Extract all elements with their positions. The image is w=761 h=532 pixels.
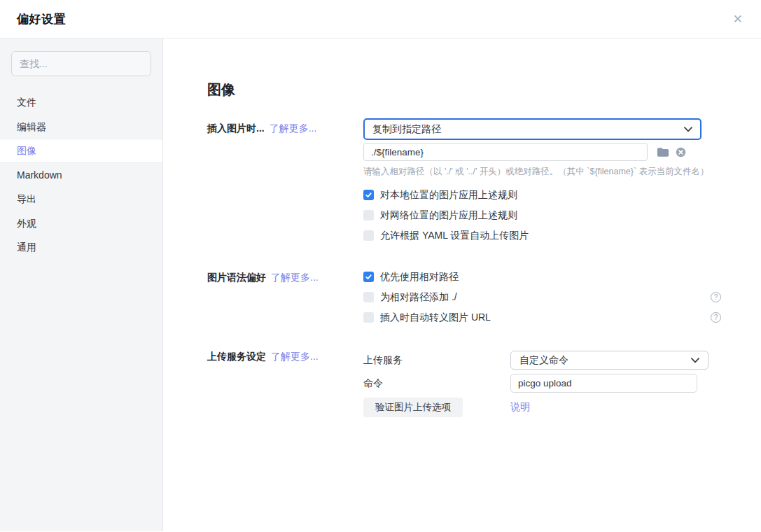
checkbox-row-network-images[interactable]: 对网络位置的图片应用上述规则: [363, 210, 721, 220]
checkbox-row-local-images[interactable]: 对本地位置的图片应用上述规则: [363, 190, 721, 200]
search-input[interactable]: [11, 51, 151, 76]
titlebar: 偏好设置 ✕: [0, 0, 761, 38]
sidebar-item-editor[interactable]: 编辑器: [0, 115, 162, 139]
folder-icon[interactable]: [657, 147, 669, 158]
help-icon[interactable]: ?: [711, 312, 721, 323]
checkbox-checked-icon[interactable]: [363, 190, 374, 200]
page-title: 图像: [207, 80, 721, 99]
uploader-select-value: 自定义命令: [519, 354, 568, 367]
checkbox-label: 允许根据 YAML 设置自动上传图片: [380, 230, 529, 242]
close-icon[interactable]: ✕: [733, 13, 743, 25]
uploader-field-label: 上传服务: [363, 351, 510, 370]
insert-action-select-value: 复制到指定路径: [372, 123, 441, 136]
preferences-window: 偏好设置 ✕ 文件 编辑器 图像 Markdown 导出 外观 通用 图像: [0, 0, 761, 532]
sidebar-item-markdown[interactable]: Markdown: [0, 163, 162, 188]
validate-upload-button[interactable]: 验证图片上传选项: [363, 398, 463, 417]
sidebar-item-general[interactable]: 通用: [0, 235, 162, 260]
clear-path-icon[interactable]: [676, 147, 686, 158]
upload-service-learn-more-link[interactable]: 了解更多...: [271, 351, 319, 362]
checkbox-row-prefer-relative-path[interactable]: 优先使用相对路径: [363, 272, 721, 282]
copy-path-input[interactable]: [363, 143, 648, 161]
section-upload-service: 上传服务设定了解更多... 上传服务 自定义命令 命令: [207, 351, 721, 417]
command-input[interactable]: [510, 374, 697, 393]
checkbox-row-add-dot-slash[interactable]: 为相对路径添加 ./ ?: [363, 292, 721, 302]
sidebar: 文件 编辑器 图像 Markdown 导出 外观 通用: [0, 38, 163, 531]
checkbox-label: 对本地位置的图片应用上述规则: [380, 189, 517, 202]
command-field-label: 命令: [363, 374, 510, 393]
checkbox-checked-icon[interactable]: [363, 272, 374, 282]
sidebar-item-file[interactable]: 文件: [0, 90, 162, 115]
image-settings-panel: 图像 插入图片时...了解更多... 复制到指定路径: [163, 38, 761, 531]
chevron-down-icon: [691, 358, 699, 363]
path-hint-text: 请输入相对路径（以 './' 或 '../' 开头）或绝对路径。（其中 `${f…: [363, 166, 721, 177]
insert-image-label: 插入图片时...: [207, 122, 265, 134]
upload-service-label: 上传服务设定: [207, 351, 266, 362]
uploader-select[interactable]: 自定义命令: [510, 351, 708, 370]
insert-action-select[interactable]: 复制到指定路径: [363, 118, 701, 140]
image-syntax-label: 图片语法偏好: [207, 272, 266, 283]
sidebar-item-appearance[interactable]: 外观: [0, 211, 162, 236]
checkbox-label: 对网络位置的图片应用上述规则: [380, 209, 517, 222]
checkbox-label: 插入时自动转义图片 URL: [380, 312, 491, 324]
sidebar-item-image[interactable]: 图像: [0, 139, 162, 163]
checkbox-row-yaml-upload[interactable]: 允许根据 YAML 设置自动上传图片: [363, 230, 721, 241]
checkbox-unchecked-icon[interactable]: [363, 312, 374, 323]
checkbox-unchecked-icon[interactable]: [363, 230, 374, 241]
section-image-syntax: 图片语法偏好了解更多... 优先使用相对路径 为相对路径添加 ./: [207, 272, 721, 323]
chevron-down-icon: [684, 127, 692, 132]
docs-link[interactable]: 说明: [510, 401, 530, 414]
checkbox-unchecked-icon[interactable]: [363, 210, 374, 220]
checkbox-label: 优先使用相对路径: [380, 271, 459, 284]
window-title: 偏好设置: [17, 11, 66, 27]
section-insert-image: 插入图片时...了解更多... 复制到指定路径: [207, 118, 721, 241]
help-icon[interactable]: ?: [711, 292, 721, 302]
checkbox-row-escape-url[interactable]: 插入时自动转义图片 URL ?: [363, 312, 721, 323]
sidebar-item-export[interactable]: 导出: [0, 187, 162, 211]
checkbox-label: 为相对路径添加 ./: [380, 291, 457, 304]
sidebar-nav: 文件 编辑器 图像 Markdown 导出 外观 通用: [0, 90, 162, 260]
insert-image-learn-more-link[interactable]: 了解更多...: [270, 122, 317, 134]
image-syntax-learn-more-link[interactable]: 了解更多...: [271, 272, 319, 283]
checkbox-unchecked-icon[interactable]: [363, 292, 374, 302]
